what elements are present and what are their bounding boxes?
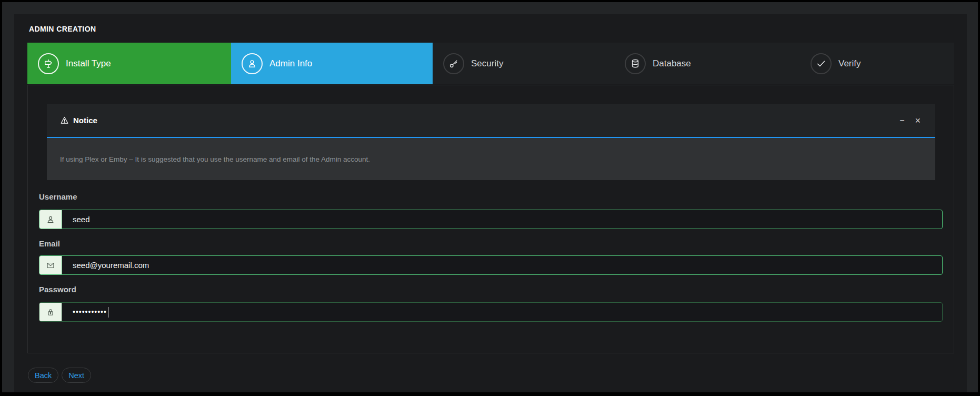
notice-alert: Notice − × If using Plex or Emby – It is… [47, 104, 935, 180]
notice-header: Notice − × [47, 104, 935, 137]
screen: ADMIN CREATION Install Type [0, 0, 980, 396]
tab-label: Database [653, 58, 691, 69]
next-button[interactable]: Next [62, 368, 91, 383]
back-button[interactable]: Back [28, 368, 58, 383]
lock-icon [39, 303, 62, 321]
password-field-group: ••••••••••• [39, 302, 943, 322]
email-input[interactable] [62, 256, 942, 274]
username-label: Username [39, 192, 77, 201]
password-input[interactable]: ••••••••••• [62, 303, 942, 321]
close-notice-button[interactable]: × [913, 115, 923, 126]
email-field-group [39, 255, 943, 275]
password-masked-value: ••••••••••• [73, 308, 107, 315]
tab-admin-info[interactable]: Admin Info [231, 43, 433, 84]
tab-database[interactable]: Database [614, 43, 800, 84]
minimize-notice-button[interactable]: − [897, 115, 906, 126]
tab-content-panel: Notice − × If using Plex or Emby – It is… [27, 85, 954, 353]
tab-label: Admin Info [269, 58, 312, 69]
tab-install-type[interactable]: Install Type [27, 43, 231, 84]
tab-label: Install Type [66, 58, 111, 69]
tab-label: Verify [838, 58, 861, 69]
tab-verify[interactable]: Verify [800, 43, 954, 84]
username-input[interactable] [62, 210, 942, 229]
tab-label: Security [471, 58, 503, 69]
username-field-group [39, 210, 943, 229]
tab-security[interactable]: Security [433, 43, 614, 84]
password-label: Password [39, 285, 76, 294]
envelope-icon [39, 256, 62, 274]
key-icon [443, 53, 464, 74]
signpost-icon [38, 53, 59, 74]
notice-title: Notice [73, 116, 97, 125]
user-icon [242, 53, 263, 74]
database-icon [625, 53, 646, 74]
user-icon [39, 210, 62, 229]
email-label: Email [39, 239, 60, 248]
text-caret [108, 307, 109, 318]
warning-icon [60, 116, 69, 125]
wizard-actions: Back Next [28, 368, 91, 383]
notice-body-text: If using Plex or Emby – It is suggested … [47, 138, 935, 180]
admin-creation-card: ADMIN CREATION Install Type [14, 14, 967, 392]
check-icon [811, 53, 832, 74]
page-title: ADMIN CREATION [29, 25, 96, 33]
wizard-tabs: Install Type Admin Info [27, 43, 954, 84]
